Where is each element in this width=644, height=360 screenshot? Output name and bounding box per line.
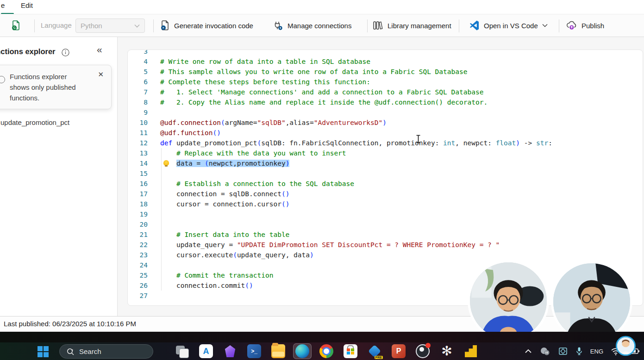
menu-item-home-label: e <box>1 1 5 9</box>
language-label: Language <box>41 21 72 29</box>
tooltip-info-icon <box>0 76 5 83</box>
code-line[interactable]: 24 <box>128 260 643 270</box>
save-button[interactable] <box>11 14 21 37</box>
menu-item-home-truncated[interactable]: e <box>1 1 5 9</box>
taskbar-search[interactable]: Search <box>59 344 153 359</box>
code-line[interactable]: 4# Write one row of data into a table in… <box>128 56 643 67</box>
info-icon[interactable] <box>62 49 69 56</box>
taskbar-power-bi-icon[interactable] <box>462 343 480 359</box>
menubar: e Edit <box>0 0 644 14</box>
collapse-panel-button[interactable]: « <box>97 44 102 55</box>
code-line[interactable]: 3 <box>128 50 643 56</box>
taskbar-powerpoint-icon[interactable]: P <box>389 343 408 359</box>
taskbar-task-view-icon[interactable] <box>173 343 191 359</box>
open-in-vscode-button[interactable]: Open in VS Code <box>469 14 548 37</box>
generate-invocation-code-button[interactable]: Generate invocation code <box>160 14 253 37</box>
taskbar-microsoft-store-icon[interactable] <box>341 343 360 359</box>
code-line[interactable]: 14 data = (newpct,promotionkey) <box>128 158 643 168</box>
tooltip-close-icon[interactable]: ✕ <box>98 70 104 79</box>
code-line[interactable]: 22 update_query = "UPDATE DimPromotion S… <box>128 240 643 250</box>
line-number: 11 <box>128 128 148 138</box>
plug-gear-icon <box>272 20 283 31</box>
tray-language-indicator[interactable]: ENG <box>590 348 603 355</box>
code-line[interactable]: 7# 1. Select 'Manage connections' and ad… <box>128 87 643 97</box>
line-number: 5 <box>128 67 148 77</box>
code-line[interactable]: 20 <box>128 219 643 230</box>
line-number: 24 <box>128 260 148 270</box>
vscode-logo-icon <box>469 20 480 31</box>
code-line[interactable]: 21 # Insert data into the table <box>128 230 643 240</box>
taskbar-fabric-preview-icon[interactable]: PRE <box>365 343 384 359</box>
tray-cube-icon[interactable] <box>558 347 568 356</box>
taskbar-chrome-icon[interactable] <box>317 343 336 359</box>
code-line[interactable]: 23 cursor.execute(update_query, data) <box>128 250 643 260</box>
taskbar-loop-icon[interactable] <box>221 343 239 359</box>
taskbar-powershell-icon[interactable]: >_ <box>245 343 263 359</box>
manage-connections-button[interactable]: Manage connections <box>272 14 351 37</box>
tray-onedrive-paused-icon[interactable] <box>539 347 550 356</box>
line-number: 16 <box>128 179 148 189</box>
line-number: 7 <box>128 87 148 97</box>
statusbar: Last published: 06/23/2025 at 10:10:16 P… <box>0 316 644 332</box>
menu-item-edit[interactable]: Edit <box>21 1 33 9</box>
taskbar-chatgpt-icon[interactable]: ✻ <box>438 343 456 359</box>
chevron-down-icon <box>542 24 548 27</box>
code-editor[interactable]: 34# Write one row of data into a table i… <box>127 50 643 306</box>
taskbar-azure-icon[interactable]: A <box>197 343 215 359</box>
line-number: 6 <box>128 77 148 87</box>
code-line[interactable]: 12def update_promotion_pct(sqlDB: fn.Fab… <box>128 138 643 148</box>
line-number: 17 <box>128 189 148 199</box>
line-number: 4 <box>128 56 148 67</box>
code-line[interactable]: 11@udf.function() <box>128 128 643 138</box>
library-management-button[interactable]: Library management <box>372 14 451 37</box>
code-line[interactable]: 9 <box>128 107 643 118</box>
code-line[interactable]: 18 cursor = connection.cursor() <box>128 199 643 209</box>
start-button-windows-icon[interactable] <box>37 346 49 358</box>
quick-fix-lightbulb-icon[interactable] <box>163 160 169 166</box>
line-number: 13 <box>128 148 148 158</box>
line-number: 23 <box>128 250 148 260</box>
taskbar-file-explorer-icon[interactable] <box>269 343 288 359</box>
chevron-down-icon <box>134 24 140 28</box>
code-line[interactable]: 8# 2. Copy the Alias name and replace it… <box>128 97 643 107</box>
open-in-vscode-label: Open in VS Code <box>484 22 538 30</box>
taskbar-edge-icon[interactable] <box>293 343 312 359</box>
tray-microphone-icon[interactable] <box>575 347 583 356</box>
selected-code: data = (newpct,promotionkey) <box>176 160 289 167</box>
line-number: 22 <box>128 240 148 250</box>
toolbar-divider <box>559 19 559 32</box>
last-published-text: Last published: 06/23/2025 at 10:10:16 P… <box>4 320 136 328</box>
taskbar-apps: A>_PREP✻ <box>173 343 480 360</box>
line-number: 8 <box>128 97 148 107</box>
sidebar-item-function[interactable]: update_promotion_pct <box>0 118 69 126</box>
tray-chevron-up-icon[interactable] <box>525 349 532 354</box>
language-select[interactable]: Python <box>75 19 145 33</box>
line-number: 26 <box>128 280 148 291</box>
taskbar-obs-icon[interactable] <box>413 343 432 359</box>
line-number: 9 <box>128 107 148 118</box>
language-select-value: Python <box>81 22 102 30</box>
taskbar: Search A>_PREP✻ ENG <box>0 342 644 360</box>
search-icon <box>66 348 75 356</box>
mouse-cursor-ibeam <box>416 135 421 145</box>
line-number: 25 <box>128 270 148 280</box>
toolbar-divider <box>34 19 35 32</box>
code-line[interactable]: 15 <box>128 168 643 179</box>
code-line[interactable]: 16 # Establish a connection to the SQL d… <box>128 179 643 189</box>
code-line[interactable]: 17 connection = sqlDB.connect() <box>128 189 643 199</box>
line-number: 27 <box>128 291 148 301</box>
code-line[interactable]: 13 # Replace with the data you want to i… <box>128 148 643 158</box>
line-number: 18 <box>128 199 148 209</box>
code-line[interactable]: 5# This sample allows you to write one r… <box>128 67 643 77</box>
code-line[interactable]: 19 <box>128 209 643 219</box>
code-line[interactable]: 10@udf.connection(argName="sqlDB",alias=… <box>128 118 643 128</box>
line-number: 14 <box>128 158 148 168</box>
publish-button[interactable]: Publish <box>566 14 604 37</box>
profile-avatar-sticker <box>616 336 636 356</box>
webcam-overlay-presenter-1 <box>468 260 549 341</box>
functions-explorer-panel: Functions explorer « Functions explorer … <box>0 37 118 316</box>
library-books-icon <box>372 20 383 31</box>
code-editor-lines[interactable]: 34# Write one row of data into a table i… <box>128 50 643 301</box>
code-line[interactable]: 6# Complete these steps before testing t… <box>128 77 643 87</box>
line-number: 10 <box>128 118 148 128</box>
